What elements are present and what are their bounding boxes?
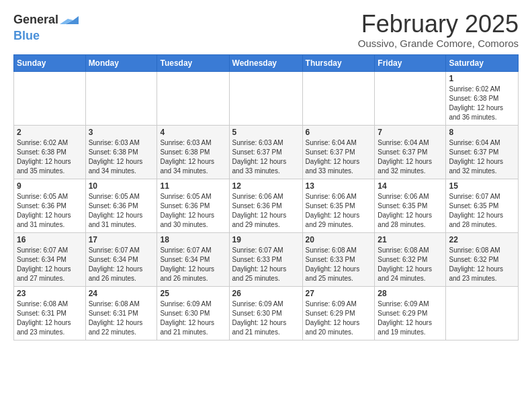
day-number: 3 [89, 128, 154, 137]
logo-text-blue: Blue [13, 30, 79, 42]
day-info: Sunrise: 6:06 AM Sunset: 6:35 PM Dayligh… [378, 192, 443, 230]
day-info: Sunrise: 6:09 AM Sunset: 6:30 PM Dayligh… [160, 300, 226, 337]
calendar-cell-w0d1 [85, 71, 157, 125]
day-info: Sunrise: 6:02 AM Sunset: 6:38 PM Dayligh… [449, 85, 515, 122]
calendar-cell-w4d5: 28Sunrise: 6:09 AM Sunset: 6:29 PM Dayli… [375, 286, 446, 340]
day-info: Sunrise: 6:08 AM Sunset: 6:32 PM Dayligh… [378, 246, 443, 283]
calendar: SundayMondayTuesdayWednesdayThursdayFrid… [13, 54, 519, 340]
day-info: Sunrise: 6:09 AM Sunset: 6:29 PM Dayligh… [306, 300, 372, 337]
day-number: 28 [378, 289, 443, 298]
calendar-week-4: 23Sunrise: 6:08 AM Sunset: 6:31 PM Dayli… [14, 286, 519, 340]
day-number: 2 [17, 128, 83, 137]
weekday-header-sunday: Sunday [14, 54, 86, 71]
day-info: Sunrise: 6:02 AM Sunset: 6:38 PM Dayligh… [17, 138, 83, 176]
calendar-cell-w1d1: 3Sunrise: 6:03 AM Sunset: 6:38 PM Daylig… [85, 125, 157, 179]
day-number: 19 [232, 235, 300, 244]
day-number: 21 [378, 235, 443, 244]
day-number: 15 [449, 181, 515, 191]
day-info: Sunrise: 6:03 AM Sunset: 6:37 PM Dayligh… [232, 138, 300, 176]
day-number: 1 [449, 74, 515, 83]
day-number: 27 [306, 289, 372, 298]
day-number: 4 [160, 128, 226, 137]
day-info: Sunrise: 6:07 AM Sunset: 6:34 PM Dayligh… [17, 246, 83, 283]
day-number: 22 [449, 235, 515, 244]
calendar-cell-w2d6: 15Sunrise: 6:07 AM Sunset: 6:35 PM Dayli… [446, 179, 519, 232]
day-number: 10 [89, 181, 154, 191]
day-info: Sunrise: 6:07 AM Sunset: 6:33 PM Dayligh… [232, 246, 300, 283]
day-info: Sunrise: 6:08 AM Sunset: 6:31 PM Dayligh… [89, 300, 154, 337]
weekday-header-monday: Monday [85, 54, 157, 71]
calendar-week-2: 9Sunrise: 6:05 AM Sunset: 6:36 PM Daylig… [14, 179, 519, 232]
calendar-cell-w0d3 [229, 71, 302, 125]
day-number: 9 [17, 181, 83, 191]
day-number: 11 [160, 181, 226, 191]
day-info: Sunrise: 6:05 AM Sunset: 6:36 PM Dayligh… [17, 192, 83, 230]
day-info: Sunrise: 6:03 AM Sunset: 6:38 PM Dayligh… [89, 138, 154, 176]
day-info: Sunrise: 6:09 AM Sunset: 6:29 PM Dayligh… [378, 300, 443, 337]
calendar-cell-w1d4: 6Sunrise: 6:04 AM Sunset: 6:37 PM Daylig… [302, 125, 375, 179]
title-block: February 2025 Oussivo, Grande Comore, Co… [358, 11, 519, 49]
weekday-header-thursday: Thursday [302, 54, 375, 71]
calendar-cell-w4d3: 26Sunrise: 6:09 AM Sunset: 6:30 PM Dayli… [229, 286, 302, 340]
calendar-cell-w1d6: 8Sunrise: 6:04 AM Sunset: 6:37 PM Daylig… [446, 125, 519, 179]
calendar-cell-w1d5: 7Sunrise: 6:04 AM Sunset: 6:37 PM Daylig… [375, 125, 446, 179]
logo-text-general: General [13, 13, 58, 27]
day-info: Sunrise: 6:03 AM Sunset: 6:38 PM Dayligh… [160, 138, 226, 176]
calendar-cell-w3d6: 22Sunrise: 6:08 AM Sunset: 6:32 PM Dayli… [446, 232, 519, 286]
calendar-cell-w0d0 [14, 71, 86, 125]
day-number: 25 [160, 289, 226, 298]
day-number: 23 [17, 289, 83, 298]
calendar-cell-w4d0: 23Sunrise: 6:08 AM Sunset: 6:31 PM Dayli… [14, 286, 86, 340]
weekday-header-saturday: Saturday [446, 54, 519, 71]
calendar-cell-w4d1: 24Sunrise: 6:08 AM Sunset: 6:31 PM Dayli… [85, 286, 157, 340]
day-number: 6 [306, 128, 372, 137]
calendar-cell-w2d0: 9Sunrise: 6:05 AM Sunset: 6:36 PM Daylig… [14, 179, 86, 232]
day-number: 12 [232, 181, 300, 191]
calendar-week-3: 16Sunrise: 6:07 AM Sunset: 6:34 PM Dayli… [14, 232, 519, 286]
calendar-cell-w3d3: 19Sunrise: 6:07 AM Sunset: 6:33 PM Dayli… [229, 232, 302, 286]
weekday-header-friday: Friday [375, 54, 446, 71]
calendar-cell-w1d2: 4Sunrise: 6:03 AM Sunset: 6:38 PM Daylig… [157, 125, 229, 179]
calendar-cell-w1d3: 5Sunrise: 6:03 AM Sunset: 6:37 PM Daylig… [229, 125, 302, 179]
day-number: 26 [232, 289, 300, 298]
weekday-header-wednesday: Wednesday [229, 54, 302, 71]
day-number: 7 [378, 128, 443, 137]
calendar-cell-w0d5 [375, 71, 446, 125]
day-info: Sunrise: 6:05 AM Sunset: 6:36 PM Dayligh… [160, 192, 226, 230]
weekday-header-tuesday: Tuesday [157, 54, 229, 71]
day-number: 13 [306, 181, 372, 191]
day-info: Sunrise: 6:04 AM Sunset: 6:37 PM Dayligh… [378, 138, 443, 176]
day-info: Sunrise: 6:08 AM Sunset: 6:33 PM Dayligh… [306, 246, 372, 283]
calendar-cell-w3d1: 17Sunrise: 6:07 AM Sunset: 6:34 PM Dayli… [85, 232, 157, 286]
calendar-cell-w4d6 [446, 286, 519, 340]
logo-icon [60, 11, 79, 30]
header: General Blue February 2025 Oussivo, Gran… [13, 11, 519, 49]
calendar-cell-w3d2: 18Sunrise: 6:07 AM Sunset: 6:34 PM Dayli… [157, 232, 229, 286]
page: General Blue February 2025 Oussivo, Gran… [0, 0, 532, 347]
calendar-cell-w0d2 [157, 71, 229, 125]
calendar-cell-w3d4: 20Sunrise: 6:08 AM Sunset: 6:33 PM Dayli… [302, 232, 375, 286]
day-number: 16 [17, 235, 83, 244]
calendar-cell-w3d0: 16Sunrise: 6:07 AM Sunset: 6:34 PM Dayli… [14, 232, 86, 286]
calendar-cell-w2d4: 13Sunrise: 6:06 AM Sunset: 6:35 PM Dayli… [302, 179, 375, 232]
subtitle: Oussivo, Grande Comore, Comoros [358, 38, 519, 49]
calendar-cell-w2d3: 12Sunrise: 6:06 AM Sunset: 6:36 PM Dayli… [229, 179, 302, 232]
calendar-cell-w2d2: 11Sunrise: 6:05 AM Sunset: 6:36 PM Dayli… [157, 179, 229, 232]
calendar-cell-w4d2: 25Sunrise: 6:09 AM Sunset: 6:30 PM Dayli… [157, 286, 229, 340]
day-info: Sunrise: 6:08 AM Sunset: 6:32 PM Dayligh… [449, 246, 515, 283]
logo: General Blue [13, 11, 79, 42]
calendar-cell-w0d4 [302, 71, 375, 125]
day-number: 5 [232, 128, 300, 137]
calendar-header-row: SundayMondayTuesdayWednesdayThursdayFrid… [14, 54, 519, 71]
day-info: Sunrise: 6:08 AM Sunset: 6:31 PM Dayligh… [17, 300, 83, 337]
calendar-week-1: 2Sunrise: 6:02 AM Sunset: 6:38 PM Daylig… [14, 125, 519, 179]
day-info: Sunrise: 6:06 AM Sunset: 6:36 PM Dayligh… [232, 192, 300, 230]
calendar-cell-w0d6: 1Sunrise: 6:02 AM Sunset: 6:38 PM Daylig… [446, 71, 519, 125]
main-title: February 2025 [358, 11, 519, 38]
day-number: 18 [160, 235, 226, 244]
calendar-cell-w2d5: 14Sunrise: 6:06 AM Sunset: 6:35 PM Dayli… [375, 179, 446, 232]
day-info: Sunrise: 6:05 AM Sunset: 6:36 PM Dayligh… [89, 192, 154, 230]
calendar-cell-w3d5: 21Sunrise: 6:08 AM Sunset: 6:32 PM Dayli… [375, 232, 446, 286]
calendar-cell-w2d1: 10Sunrise: 6:05 AM Sunset: 6:36 PM Dayli… [85, 179, 157, 232]
day-info: Sunrise: 6:06 AM Sunset: 6:35 PM Dayligh… [306, 192, 372, 230]
